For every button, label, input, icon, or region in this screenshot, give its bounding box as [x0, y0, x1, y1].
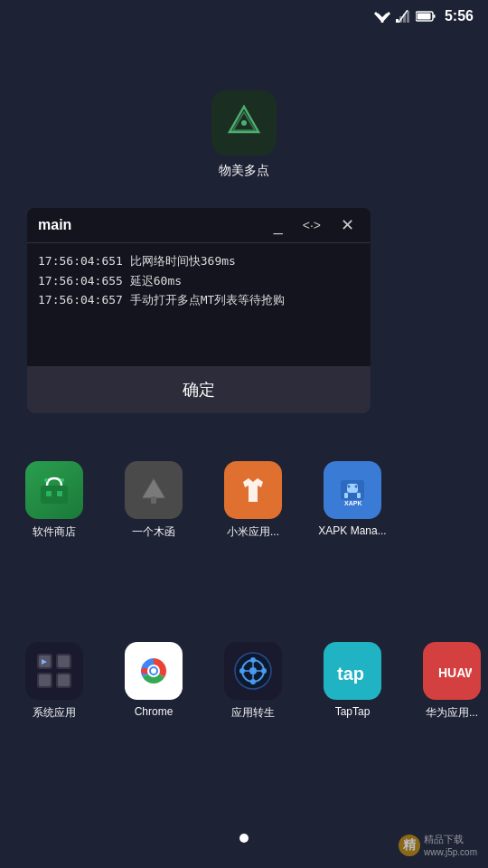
wumei-app-icon[interactable]: [211, 90, 277, 156]
app-name-muhe: 一个木函: [113, 524, 194, 540]
app-name-xapk: XAPK Mana...: [312, 524, 393, 537]
app-icon-huawei[interactable]: HUAWEI: [423, 642, 481, 700]
app-cell-mi[interactable]: 小米应用...: [212, 461, 294, 540]
svg-rect-9: [417, 14, 430, 20]
status-time: 5:56: [445, 8, 474, 24]
svg-point-48: [239, 668, 245, 674]
watermark-logo: 精: [399, 835, 420, 856]
svg-point-45: [249, 667, 257, 675]
svg-rect-14: [41, 486, 68, 504]
app-cell-muhe[interactable]: 一个木函: [113, 461, 194, 540]
svg-rect-33: [58, 656, 70, 667]
app-cell-huawei[interactable]: HUAWEI 华为应用...: [411, 642, 488, 721]
log-line-3: 17:56:04:657 手动打开多点MT列表等待抢购: [38, 291, 360, 309]
app-name-transfer: 应用转生: [212, 705, 294, 721]
huawei-svg: HUAWEI: [432, 651, 472, 691]
terminal-code-btn[interactable]: <·>: [297, 217, 326, 233]
app-cell-sys[interactable]: 系统应用: [14, 642, 95, 721]
svg-point-24: [355, 486, 358, 488]
app-name-chrome: Chrome: [113, 705, 194, 718]
app-cell-transfer[interactable]: 应用转生: [212, 642, 294, 721]
terminal-minimize-btn[interactable]: _: [268, 215, 288, 235]
app-icon-mi[interactable]: [224, 461, 282, 519]
top-app-area[interactable]: 物美多点: [211, 90, 277, 179]
app-name-huawei: 华为应用...: [411, 705, 488, 721]
app-icon-taptap[interactable]: tap: [324, 642, 381, 700]
svg-rect-15: [44, 478, 48, 482]
svg-point-42: [151, 668, 156, 674]
svg-text:HUAWEI: HUAWEI: [438, 665, 472, 680]
svg-marker-19: [142, 478, 165, 498]
app-cell-taptap[interactable]: tap TapTap: [312, 642, 393, 718]
svg-rect-22: [347, 484, 358, 493]
svg-point-13: [241, 120, 247, 126]
mi-svg: [236, 473, 270, 507]
wumei-icon-svg: [224, 103, 264, 143]
svg-rect-10: [433, 14, 435, 18]
sys-svg: [35, 652, 73, 690]
status-bar: 5:56: [0, 0, 488, 33]
app-name-taptap: TapTap: [312, 705, 393, 718]
wifi-icon: [374, 10, 390, 23]
svg-point-49: [261, 668, 267, 674]
svg-rect-34: [39, 675, 51, 686]
app-name-mi: 小米应用...: [212, 524, 294, 540]
terminal-body: 17:56:04:651 比网络时间快369ms 17:56:04:655 延迟…: [27, 243, 371, 361]
svg-rect-35: [58, 675, 70, 686]
app-icon-chrome[interactable]: [125, 642, 183, 700]
app-name-sys: 系统应用: [14, 705, 95, 721]
log-line-2: 17:56:04:655 延迟60ms: [38, 272, 360, 290]
app-row-1: 软件商店 一个木函 小米应用...: [14, 461, 393, 540]
app-icon-muhe[interactable]: [125, 461, 183, 519]
shop-svg: [37, 473, 71, 507]
watermark: 精 精品下载www.j5p.com: [399, 833, 477, 857]
svg-point-46: [250, 657, 256, 663]
app-name-shop: 软件商店: [14, 524, 95, 540]
svg-rect-6: [407, 11, 409, 23]
svg-rect-16: [61, 478, 64, 482]
log-line-1: 17:56:04:651 比网络时间快369ms: [38, 252, 360, 270]
app-cell-chrome[interactable]: Chrome: [113, 642, 194, 718]
app-cell-xapk[interactable]: XAPK XAPK Mana...: [312, 461, 393, 537]
app-cell-shop[interactable]: 软件商店: [14, 461, 95, 540]
svg-rect-25: [344, 493, 348, 498]
battery-icon: [416, 11, 436, 22]
terminal-close-btn[interactable]: ✕: [335, 215, 360, 235]
app-icon-transfer[interactable]: [224, 642, 282, 700]
svg-rect-20: [151, 496, 156, 504]
svg-text:tap: tap: [337, 664, 364, 684]
svg-rect-26: [357, 493, 361, 498]
app-row-2: 系统应用 Chrome: [14, 642, 488, 721]
chrome-svg: [134, 651, 174, 691]
top-app-label: 物美多点: [219, 163, 269, 179]
terminal-title: main: [38, 217, 259, 233]
watermark-site: www.j5p.com: [424, 847, 477, 857]
watermark-text: 精品下载www.j5p.com: [424, 833, 477, 857]
terminal-header: main _ <·> ✕: [27, 208, 371, 243]
transfer-svg: [233, 651, 273, 691]
svg-text:XAPK: XAPK: [344, 500, 361, 506]
svg-point-23: [348, 486, 351, 488]
svg-point-47: [250, 679, 256, 684]
app-icon-shop[interactable]: [25, 461, 83, 519]
svg-rect-18: [57, 491, 62, 496]
status-icons: 5:56: [374, 8, 474, 24]
nav-dot[interactable]: [239, 834, 249, 843]
signal-off-icon: [396, 10, 410, 23]
app-icon-sys[interactable]: [25, 642, 83, 700]
app-icon-xapk[interactable]: XAPK: [324, 461, 381, 519]
taptap-svg: tap: [333, 651, 372, 691]
muhe-svg: [136, 473, 171, 507]
svg-rect-17: [46, 491, 52, 496]
confirm-button[interactable]: 确定: [27, 366, 371, 413]
terminal-popup: main _ <·> ✕ 17:56:04:651 比网络时间快369ms 17…: [27, 208, 371, 413]
xapk-svg: XAPK: [335, 473, 370, 507]
